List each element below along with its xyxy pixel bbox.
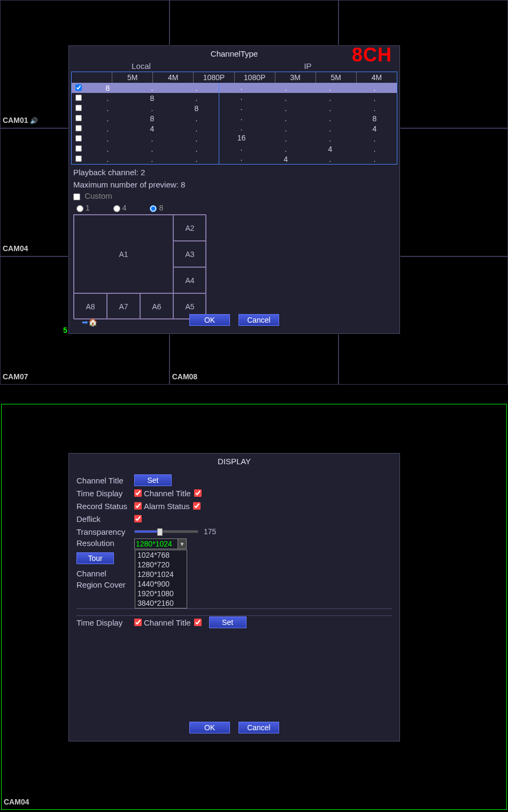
table-cell: . [264,124,308,133]
table-cell: . [219,123,264,134]
table-cell: . [219,103,264,113]
table-row[interactable]: .8....8 [72,113,397,123]
table-cell: . [308,104,352,113]
tour-button[interactable]: Tour [76,552,114,564]
time-display-label: Time Display [76,489,134,498]
table-row[interactable]: ....4.. [72,154,397,164]
set-button-2[interactable]: Set [209,616,247,628]
time-display-checkbox[interactable] [134,489,142,497]
channeltype-table: 5M 4M 1080P 1080P 3M 5M 4M 8.......8....… [71,72,397,165]
record-status-checkbox[interactable] [134,502,142,510]
layout-cell-a1[interactable]: A1 [74,215,173,293]
channel-title2-checkbox[interactable] [194,619,202,626]
table-cell: . [174,135,219,143]
resolution-label: Resolution [76,538,134,548]
table-cell: . [174,114,219,123]
row-checkbox[interactable] [75,145,82,152]
row-checkbox[interactable] [75,125,82,131]
radio-1[interactable]: 1 [76,204,90,212]
custom-label: Custom [84,191,112,200]
resolution-option[interactable]: 3840*2160 [135,598,187,608]
row-checkbox[interactable] [75,115,82,121]
table-cell: . [352,135,397,143]
transparency-slider[interactable] [134,530,198,533]
row-checkbox[interactable] [75,155,82,162]
row-checkbox[interactable] [75,105,82,111]
cam-label-04: CAM04 [3,244,28,253]
table-cell: . [86,124,130,133]
table-cell: . [86,114,130,123]
row-checkbox[interactable] [75,135,82,142]
resolution-dropdown: 1024*7681280*7201280*10241440*9001920*10… [135,550,187,608]
channeltype-title: ChannelType [69,46,399,61]
table-cell: . [86,94,130,103]
table-cell: 4 [264,155,308,163]
table-header-row: 5M 4M 1080P 1080P 3M 5M 4M [72,72,397,83]
resolution-option[interactable]: 1024*768 [135,550,187,560]
table-cell: . [352,94,397,103]
table-cell: . [86,145,130,153]
resolution-option[interactable]: 1920*1080 [135,589,187,598]
time-display2-label: Time Display [76,618,134,627]
table-row[interactable]: .4....4 [72,123,397,134]
display-title: DISPLAY [69,454,399,469]
set-button[interactable]: Set [134,474,172,486]
alarm-status-label: Alarm Status [144,502,190,511]
table-cell: . [264,145,308,153]
channel-title-checkbox[interactable] [194,489,202,497]
table-row[interactable]: .....4. [72,144,397,154]
resolution-option[interactable]: 1280*720 [135,560,187,569]
table-row[interactable]: ...16... [72,134,397,144]
resolution-value: 1280*1024 [136,540,172,548]
playback-channel-text: Playback channel: 2 [69,165,399,177]
custom-checkbox[interactable] [73,193,80,200]
table-row[interactable]: ..8.... [72,103,397,113]
radio-8[interactable]: 8 [150,204,163,212]
status-number: 5 [63,326,67,334]
layout-radio-row: 1 4 8 [69,200,399,212]
cancel-button-display[interactable]: Cancel [238,722,279,733]
table-row[interactable]: 8...... [72,83,397,93]
table-cell: 8 [352,114,397,123]
row-checkbox[interactable] [75,95,82,101]
cam-label-01: CAM01🔊 [3,116,38,124]
col-4m-local: 4M [152,72,193,83]
table-cell: . [219,113,264,123]
table-cell: . [130,155,174,163]
radio-4[interactable]: 4 [113,204,127,212]
table-cell: . [352,104,397,113]
channeltype-dialog: ChannelType 8CH Local IP 5M 4M 1080P 108… [68,45,400,334]
resolution-option[interactable]: 1280*1024 [135,569,187,579]
mic-icon: 🔊 [30,117,38,124]
table-cell: . [308,124,352,133]
table-cell: . [174,145,219,153]
ok-button[interactable]: OK [189,314,230,326]
cancel-button[interactable]: Cancel [238,314,279,326]
col-5m-local: 5M [112,72,152,83]
deflick-checkbox[interactable] [134,515,142,522]
layout-cell-a3[interactable]: A3 [173,241,206,267]
transparency-value: 175 [204,527,216,536]
table-cell: . [174,94,219,103]
table-cell: . [219,154,264,164]
transparency-label: Transparency [76,527,134,536]
resolution-option[interactable]: 1440*900 [135,579,187,589]
alarm-status-checkbox[interactable] [193,502,201,510]
chevron-down-icon[interactable]: ▼ [178,539,186,549]
channel-title-chk-label: Channel Title [144,489,191,498]
table-cell: 4 [308,145,352,153]
col-3m-ip: 3M [275,72,315,83]
row-checkbox[interactable] [75,84,82,91]
table-cell: . [174,155,219,163]
time-display2-checkbox[interactable] [134,619,142,626]
ok-button-display[interactable]: OK [189,722,230,733]
layout-cell-a2[interactable]: A2 [173,215,206,241]
table-cell: . [219,93,264,103]
layout-cell-a4[interactable]: A4 [173,267,206,293]
table-row[interactable]: .8..... [72,93,397,103]
resolution-select[interactable]: 1280*1024 ▼ 1024*7681280*7201280*1024144… [134,538,187,549]
cam-label-07: CAM07 [3,372,28,381]
table-cell: 4 [130,124,174,133]
table-cell: 4 [352,124,397,133]
col-5m-ip: 5M [315,72,356,83]
